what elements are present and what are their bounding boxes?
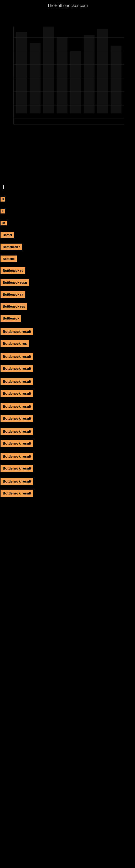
bottleneck-row: Bottleneck re: [0, 266, 135, 276]
svg-rect-6: [84, 35, 94, 113]
site-title-text: TheBottlenecker.com: [47, 3, 88, 8]
bottleneck-label: Bottleneck re: [1, 267, 26, 274]
bottleneck-row: B: [0, 194, 135, 204]
bottleneck-row: Bottleneck result: [0, 476, 135, 486]
bottleneck-row: Bottleneck result: [0, 426, 135, 436]
bottleneck-label: Bottleneck res: [1, 303, 27, 310]
bottleneck-label: Bottleneck result: [1, 378, 33, 385]
bottleneck-label: Bottleneck result: [1, 465, 33, 472]
bottleneck-row: Bottleneck result: [0, 351, 135, 362]
bottleneck-row: Bottleneck r: [0, 242, 135, 252]
bottleneck-row: Bottleneck: [0, 313, 135, 323]
bottleneck-row: Bottleneck resu: [0, 278, 135, 288]
bottleneck-label: Bottleneck r: [1, 244, 22, 250]
bottleneck-label: Bottleneck resu: [1, 279, 29, 286]
bottleneck-row: E: [0, 206, 135, 216]
bottleneck-row: Bottleneck result: [0, 438, 135, 448]
bottleneck-row: Bottleneck result: [0, 463, 135, 473]
bottleneck-row: Bottleneck ra: [0, 289, 135, 300]
bottleneck-label: Bottleneck result: [1, 490, 33, 497]
bottleneck-row: Bottleneck result: [0, 388, 135, 399]
bottleneck-label: Bottleneck result: [1, 440, 33, 447]
svg-rect-5: [70, 51, 81, 113]
bottleneck-label: E: [1, 209, 5, 214]
bottleneck-label: Bottleneck result: [1, 428, 33, 435]
bottleneck-row: Bottleneck res: [0, 301, 135, 312]
bottleneck-row: Bottler: [0, 230, 135, 240]
bottleneck-row: Bottleneck result: [0, 401, 135, 411]
chart-area: [0, 10, 135, 179]
bottleneck-row: Bottleneck result: [0, 363, 135, 373]
bottleneck-label: Bottleneck result: [1, 353, 33, 360]
bottleneck-row: Bottleneck result: [0, 376, 135, 386]
bottleneck-label: Bottleneck result: [1, 365, 33, 372]
bottleneck-label: Bottleneck: [1, 315, 21, 322]
bottleneck-row: B4: [0, 218, 135, 228]
bottleneck-label: Bottlene: [1, 255, 17, 262]
bottleneck-label: Bottleneck result: [1, 453, 33, 460]
site-title: TheBottlenecker.com: [0, 0, 135, 10]
svg-rect-4: [57, 37, 68, 113]
bottleneck-label: Bottler: [1, 231, 14, 238]
svg-rect-3: [43, 27, 54, 113]
bottleneck-label: Bottleneck res: [1, 340, 29, 347]
bottleneck-label: Bottleneck result: [1, 328, 33, 335]
bottleneck-label: Bottleneck result: [1, 415, 33, 422]
bottleneck-label: Bottleneck result: [1, 403, 33, 410]
bottleneck-row: Bottlene: [0, 254, 135, 264]
bottleneck-row: Bottleneck result: [0, 326, 135, 337]
bottleneck-label: B4: [1, 221, 7, 225]
bottleneck-row: Bottleneck res: [0, 338, 135, 348]
svg-rect-7: [97, 29, 108, 113]
bottleneck-container: B E B4 Bottler Bottleneck r Bottlene Bot…: [0, 194, 135, 498]
section-label: |: [0, 179, 135, 192]
bottleneck-row: Bottleneck result: [0, 413, 135, 424]
bottleneck-label: Bottleneck result: [1, 478, 33, 485]
bottleneck-row: Bottleneck result: [0, 451, 135, 461]
svg-rect-1: [16, 32, 27, 113]
svg-rect-8: [111, 45, 122, 113]
bottleneck-label: Bottleneck ra: [1, 291, 26, 298]
bottleneck-label: Bottleneck result: [1, 390, 33, 397]
bottleneck-label: B: [1, 197, 5, 202]
bottleneck-row: Bottleneck result: [0, 488, 135, 498]
